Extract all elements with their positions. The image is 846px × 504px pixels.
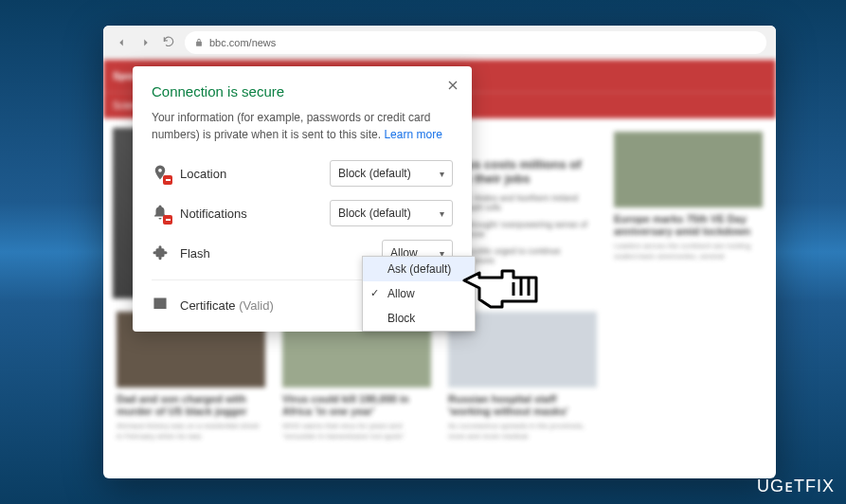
notifications-select[interactable]: Block (default) [330,200,453,226]
back-button[interactable] [113,34,130,51]
popup-description: Your information (for example, passwords… [152,109,453,143]
lock-icon [194,38,204,47]
dropdown-option-ask[interactable]: Ask (default) [363,257,475,281]
watermark: UGᴇTFIX [757,476,835,496]
learn-more-link[interactable]: Learn more [384,128,441,141]
news-card[interactable]: Europe marks 75th VE Day anniversary ami… [610,128,766,298]
location-select[interactable]: Block (default) [330,160,453,187]
permission-row-location: Location Block (default) [152,160,453,187]
browser-toolbar: bbc.com/news [103,26,776,60]
permission-row-notifications: Notifications Block (default) [152,200,453,226]
permission-label: Notifications [180,207,320,221]
reload-button[interactable] [162,35,177,50]
permission-label: Location [180,167,320,181]
popup-title: Connection is secure [152,83,453,99]
dropdown-option-allow[interactable]: Allow [363,281,475,306]
plugin-icon [152,243,171,262]
bell-icon [152,204,171,223]
close-button[interactable] [445,78,460,93]
permission-label: Flash [180,246,372,261]
url-bar[interactable]: bbc.com/news [185,31,766,54]
forward-button[interactable] [137,34,154,51]
certificate-label: Certificate (Valid) [180,298,274,313]
url-text: bbc.com/news [209,37,276,48]
location-icon [152,164,171,183]
certificate-icon [152,296,171,315]
dropdown-option-block[interactable]: Block [363,306,475,331]
flash-dropdown-menu: Ask (default) Allow Block [362,256,476,332]
